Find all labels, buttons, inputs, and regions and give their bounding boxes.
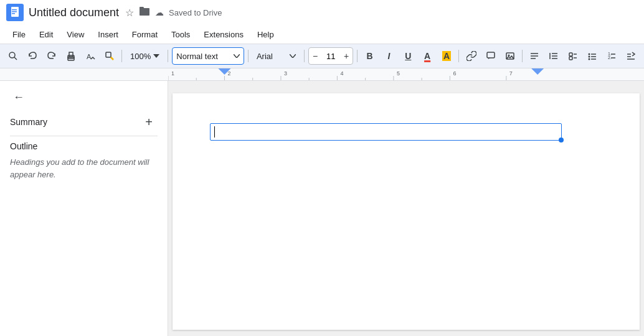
menu-view[interactable]: View: [60, 28, 90, 41]
image-btn[interactable]: [501, 47, 518, 65]
separator-1: [121, 50, 122, 62]
separator-5: [357, 50, 358, 62]
link-btn[interactable]: [463, 47, 480, 65]
svg-point-25: [588, 54, 590, 55]
comment-btn[interactable]: [482, 47, 499, 65]
underline-btn[interactable]: U: [400, 47, 417, 65]
search-btn[interactable]: [5, 47, 22, 65]
svg-line-5: [14, 57, 17, 60]
ruler: 1 2 3 4 5 6 7: [0, 68, 644, 81]
corner-resize-handle[interactable]: [559, 138, 564, 142]
svg-point-27: [588, 56, 590, 58]
text-cursor-box[interactable]: [210, 123, 562, 141]
font-color-btn[interactable]: A: [419, 47, 436, 65]
menu-extensions[interactable]: Extensions: [197, 28, 250, 41]
zoom-dropdown[interactable]: 100%: [126, 47, 164, 65]
sidebar-back-btn[interactable]: ←: [10, 88, 27, 106]
star-icon[interactable]: ☆: [125, 7, 134, 19]
font-size-control[interactable]: − +: [308, 47, 353, 65]
sidebar-header: ←: [10, 88, 158, 106]
separator-7: [522, 50, 523, 62]
font-size-decrease[interactable]: −: [309, 48, 321, 64]
svg-point-14: [508, 55, 509, 57]
svg-rect-12: [487, 52, 495, 58]
outline-section: Outline Headings you add to the document…: [10, 141, 158, 180]
italic-btn[interactable]: I: [381, 47, 397, 65]
sidebar: ← Summary + Outline Headings you add to …: [0, 81, 168, 336]
numbered-list-btn[interactable]: 1.2.: [603, 47, 620, 65]
summary-section: Summary +: [10, 113, 158, 136]
separator-4: [304, 50, 305, 62]
svg-text:4: 4: [340, 70, 343, 77]
saved-status: Saved to Drive: [169, 8, 222, 17]
spellcheck-btn[interactable]: A: [82, 47, 98, 65]
paint-format-btn[interactable]: [101, 47, 118, 65]
svg-rect-10: [106, 52, 111, 57]
align-btn[interactable]: [526, 47, 543, 65]
doc-content-area[interactable]: [210, 123, 602, 285]
toolbar: A 100% Normal text Arial − + B I U: [0, 44, 644, 68]
style-dropdown[interactable]: Normal text: [172, 47, 244, 65]
outline-label: Outline: [10, 141, 158, 151]
separator-6: [458, 50, 459, 62]
summary-label: Summary: [10, 117, 47, 127]
menu-edit[interactable]: Edit: [33, 28, 59, 41]
svg-text:7: 7: [509, 70, 513, 77]
summary-header: Summary +: [10, 113, 158, 131]
doc-area[interactable]: [168, 81, 644, 336]
menu-file[interactable]: File: [6, 28, 32, 41]
svg-point-29: [588, 58, 590, 60]
svg-point-4: [9, 52, 15, 58]
outline-hint: Headings you add to the document will ap…: [10, 156, 158, 180]
font-dropdown[interactable]: Arial: [252, 47, 300, 65]
more-options-btn[interactable]: [622, 47, 639, 65]
undo-btn[interactable]: [24, 47, 41, 65]
svg-text:6: 6: [453, 70, 456, 77]
line-spacing-btn[interactable]: [546, 47, 562, 65]
menu-bar: File Edit View Insert Format Tools Exten…: [0, 25, 644, 44]
doc-page[interactable]: [173, 93, 640, 330]
separator-2: [168, 50, 168, 62]
svg-rect-23: [569, 57, 572, 60]
checklist-btn[interactable]: [565, 47, 582, 65]
font-size-increase[interactable]: +: [340, 48, 353, 64]
svg-text:A: A: [87, 53, 92, 60]
print-btn[interactable]: [63, 47, 80, 65]
text-cursor: [214, 126, 215, 138]
menu-format[interactable]: Format: [126, 28, 164, 41]
add-summary-btn[interactable]: +: [140, 113, 158, 131]
font-size-input[interactable]: [321, 48, 340, 64]
main-layout: ← Summary + Outline Headings you add to …: [0, 81, 644, 336]
doc-icon: [6, 4, 24, 21]
cloud-saved-icon: ☁: [155, 7, 164, 17]
menu-tools[interactable]: Tools: [165, 28, 196, 41]
svg-rect-2: [12, 11, 17, 12]
svg-rect-7: [69, 52, 73, 57]
svg-rect-3: [12, 13, 15, 14]
svg-text:2: 2: [228, 70, 231, 77]
svg-text:3: 3: [284, 70, 287, 77]
separator-3: [248, 50, 249, 62]
menu-help[interactable]: Help: [251, 28, 280, 41]
title-bar: Untitled document ☆ ☁ Saved to Drive: [0, 0, 644, 25]
svg-rect-1: [12, 9, 17, 11]
svg-line-11: [111, 57, 113, 60]
menu-insert[interactable]: Insert: [92, 28, 125, 41]
highlight-btn[interactable]: A: [438, 47, 455, 65]
svg-rect-21: [569, 53, 572, 56]
doc-title[interactable]: Untitled document: [29, 6, 119, 19]
bullet-list-btn[interactable]: [584, 47, 600, 65]
svg-rect-38: [168, 68, 644, 80]
svg-text:5: 5: [397, 70, 400, 77]
svg-text:1: 1: [171, 70, 174, 77]
bold-btn[interactable]: B: [361, 47, 378, 65]
redo-btn[interactable]: [44, 47, 60, 65]
folder-icon[interactable]: [139, 6, 150, 19]
summary-divider: [10, 136, 158, 136]
